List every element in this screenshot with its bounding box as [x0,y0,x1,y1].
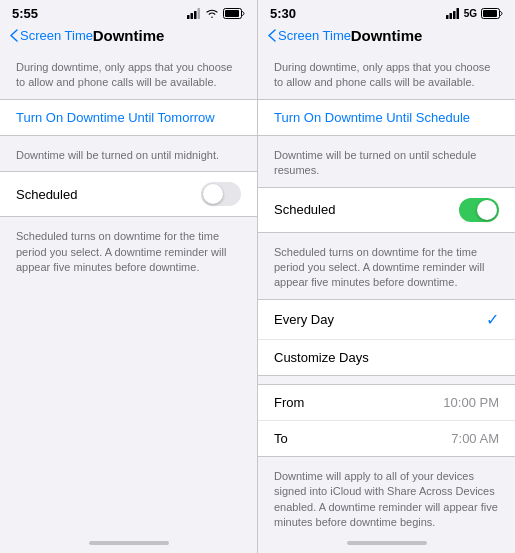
content-2: During downtime, only apps that you choo… [258,50,515,537]
battery-icon-1 [223,8,245,19]
customize-days-label: Customize Days [274,350,369,365]
svg-rect-0 [187,15,190,19]
status-icons-1 [187,8,245,19]
back-label-2: Screen Time [278,28,351,43]
description-2: During downtime, only apps that you choo… [258,50,515,99]
home-indicator-1 [0,537,257,553]
checkmark-icon: ✓ [486,310,499,329]
scheduled-section-2: Scheduled [258,187,515,233]
description-1: During downtime, only apps that you choo… [0,50,257,99]
chevron-left-icon-1 [10,29,18,42]
svg-rect-7 [449,13,452,19]
from-label: From [274,395,304,410]
scheduled-note-1: Scheduled turns on downtime for the time… [0,225,257,283]
status-icons-2: 5G [446,8,503,19]
svg-rect-6 [446,15,449,19]
every-day-label: Every Day [274,312,334,327]
content-1: During downtime, only apps that you choo… [0,50,257,537]
wifi-icon-1 [205,8,219,19]
signal-icon-1 [187,8,201,19]
scheduled-toggle-2[interactable] [459,198,499,222]
to-row[interactable]: To 7:00 AM [258,421,515,456]
signal-icon-2 [446,8,460,19]
5g-icon-2: 5G [464,8,477,19]
svg-rect-9 [456,8,459,19]
nav-bar-2: Screen Time Downtime [258,23,515,50]
chevron-left-icon-2 [268,29,276,42]
turn-on-label-1: Turn On Downtime Until Tomorrow [16,110,215,125]
toggle-knob-2 [477,200,497,220]
toggle-knob-1 [203,184,223,204]
turn-on-label-2: Turn On Downtime Until Schedule [274,110,470,125]
scheduled-toggle-1[interactable] [201,182,241,206]
turn-on-row-2[interactable]: Turn On Downtime Until Schedule [258,100,515,135]
scheduled-row-2[interactable]: Scheduled [258,188,515,232]
nav-title-2: Downtime [351,27,423,44]
svg-rect-1 [191,13,194,19]
scheduled-section-1: Scheduled [0,171,257,217]
svg-rect-5 [225,10,239,17]
turn-on-section-1: Turn On Downtime Until Tomorrow [0,99,257,136]
downtime-note-1: Downtime will be turned on until midnigh… [0,144,257,171]
panel-1: 5:55 [0,0,257,553]
turn-on-section-2: Turn On Downtime Until Schedule [258,99,515,136]
days-section: Every Day ✓ Customize Days [258,299,515,376]
battery-icon-2 [481,8,503,19]
to-value: 7:00 AM [451,431,499,446]
downtime-note-2: Downtime will be turned on until schedul… [258,144,515,187]
turn-on-row-1[interactable]: Turn On Downtime Until Tomorrow [0,100,257,135]
home-indicator-2 [258,537,515,553]
nav-title-1: Downtime [93,27,165,44]
home-bar-1 [89,541,169,545]
status-time-1: 5:55 [12,6,38,21]
time-section: From 10:00 PM To 7:00 AM [258,384,515,457]
nav-bar-1: Screen Time Downtime [0,23,257,50]
svg-rect-8 [453,11,456,19]
home-bar-2 [347,541,427,545]
from-value: 10:00 PM [443,395,499,410]
back-button-2[interactable]: Screen Time [268,28,351,43]
status-time-2: 5:30 [270,6,296,21]
to-label: To [274,431,288,446]
svg-rect-11 [483,10,497,17]
every-day-row[interactable]: Every Day ✓ [258,300,515,340]
scheduled-row-1[interactable]: Scheduled [0,172,257,216]
from-row[interactable]: From 10:00 PM [258,385,515,421]
back-label-1: Screen Time [20,28,93,43]
panel-2: 5:30 5G Screen Time [258,0,515,553]
customize-days-row[interactable]: Customize Days [258,340,515,375]
scheduled-label-1: Scheduled [16,187,77,202]
svg-rect-2 [194,11,197,19]
icloud-note: Downtime will apply to all of your devic… [258,465,515,537]
status-bar-1: 5:55 [0,0,257,23]
svg-rect-3 [198,8,201,19]
scheduled-note-2: Scheduled turns on downtime for the time… [258,241,515,299]
scheduled-label-2: Scheduled [274,202,335,217]
back-button-1[interactable]: Screen Time [10,28,93,43]
status-bar-2: 5:30 5G [258,0,515,23]
